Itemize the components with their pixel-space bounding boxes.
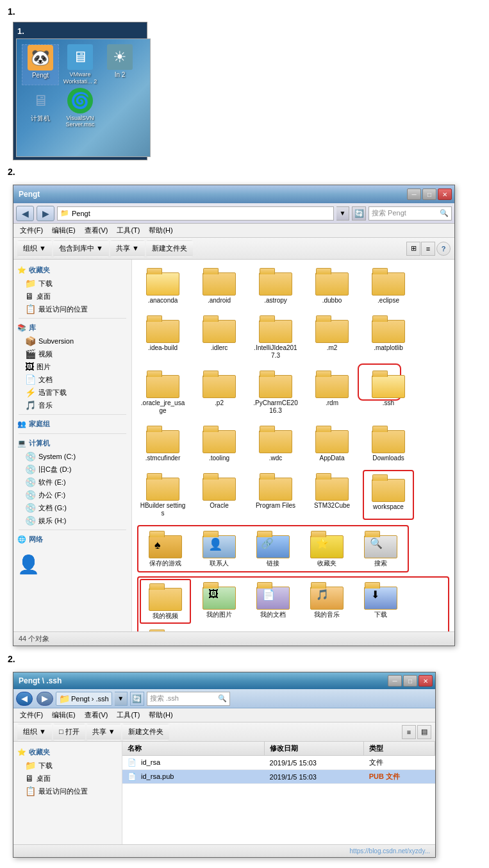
minimize-button[interactable]: ─: [407, 188, 421, 200]
folder-p2[interactable]: .p2: [194, 367, 245, 417]
refresh-button2[interactable]: 🔄: [130, 692, 144, 706]
forward-button2[interactable]: ▶: [37, 692, 53, 706]
desktop-icon-visualsvn[interactable]: 🌀 VisualSVNServer.msc: [62, 88, 99, 129]
menu-file2[interactable]: 文件(F): [16, 709, 47, 721]
address-dropdown2[interactable]: ▼: [115, 692, 128, 706]
desktop-icon-computer[interactable]: 🖥 计算机: [22, 88, 59, 129]
sidebar-item-soft[interactable]: 💿 软件 (E:): [13, 476, 131, 488]
address-bar[interactable]: 📁 Pengt: [57, 206, 334, 221]
share-button2[interactable]: 共享 ▼: [87, 724, 121, 740]
menu-view2[interactable]: 查看(V): [81, 709, 112, 721]
folder-android[interactable]: .android: [194, 265, 245, 307]
folder-search[interactable]: 🔍 搜索: [355, 528, 406, 570]
folder-tooling[interactable]: .tooling: [194, 422, 245, 465]
sidebar2-item-download[interactable]: 📁 下载: [13, 759, 122, 772]
folder-oracle-jre[interactable]: .oracle_jre_usage: [137, 367, 188, 417]
folder-my-video[interactable]: 我的视频: [140, 579, 191, 624]
folder-idlerc[interactable]: .idlerc: [194, 312, 245, 362]
folder-hbuilder[interactable]: HBuilder settings: [137, 470, 188, 520]
desktop-icon-pengt[interactable]: 🐼 Pengt: [22, 44, 59, 85]
folder-workspace[interactable]: workspace: [363, 470, 414, 520]
folder-rdm[interactable]: .rdm: [306, 367, 358, 417]
folder-my-music[interactable]: 🎵 我的音乐: [301, 579, 352, 624]
sidebar-favorites-header[interactable]: ⭐ 收藏夹: [13, 263, 131, 277]
view-list-btn[interactable]: ≡: [421, 242, 435, 256]
minimize-button2[interactable]: ─: [388, 675, 402, 687]
help-button[interactable]: ?: [436, 242, 451, 256]
folder-stm32[interactable]: STM32Cube: [306, 470, 358, 520]
folder-m2[interactable]: .m2: [306, 312, 358, 362]
desktop-icon-vmware[interactable]: 🖥 VMwareWorkstati... 2: [62, 44, 99, 85]
open-button[interactable]: □ 打开: [53, 724, 85, 740]
folder-my-docs[interactable]: 📄 我的文档: [247, 579, 299, 624]
back-button2[interactable]: ◀: [16, 692, 33, 706]
sidebar-item-download[interactable]: 📁 下载: [13, 277, 131, 290]
sidebar2-item-recent[interactable]: 📋 最近访问的位置: [13, 785, 122, 797]
sidebar-item-music[interactable]: 🎵 音乐: [13, 399, 131, 412]
folder-appdata[interactable]: AppData: [306, 422, 358, 465]
share-button[interactable]: 共享 ▼: [110, 240, 145, 257]
menu-tools2[interactable]: 工具(T): [113, 709, 144, 721]
folder-eclipse[interactable]: .eclipse: [363, 265, 414, 307]
folder-anaconda[interactable]: .anaconda: [137, 265, 188, 307]
menu-file[interactable]: 文件(F): [16, 224, 47, 237]
refresh-button[interactable]: 🔄: [352, 206, 366, 221]
folder-ssh[interactable]: .ssh: [363, 367, 414, 417]
folder-astropy[interactable]: .astropy: [250, 265, 301, 307]
search-bar2[interactable]: 搜索 .ssh 🔍: [147, 692, 230, 706]
folder-stmcu[interactable]: .stmcufinder: [137, 422, 188, 465]
maximize-button[interactable]: □: [422, 188, 436, 200]
forward-button[interactable]: ▶: [37, 206, 54, 221]
sidebar2-item-desktop[interactable]: 🖥 桌面: [13, 772, 122, 785]
folder-dubbo[interactable]: .dubbo: [306, 265, 358, 307]
close-button2[interactable]: ✕: [419, 675, 433, 687]
sidebar-library-header[interactable]: 📚 库: [13, 321, 131, 335]
folder-idea-build[interactable]: .idea-build: [137, 312, 188, 362]
view-pane-btn[interactable]: ▤: [417, 725, 431, 739]
menu-help[interactable]: 帮助(H): [145, 224, 176, 237]
maximize-button2[interactable]: □: [403, 675, 417, 687]
folder-saved-games[interactable]: ♠ 保存的游戏: [140, 528, 191, 570]
sidebar-item-ent[interactable]: 💿 娱乐 (H:): [13, 514, 131, 527]
sidebar-item-oldc[interactable]: 💿 旧C盘 (D:): [13, 463, 131, 476]
sidebar-homegroup-header[interactable]: 👥 家庭组: [13, 417, 131, 431]
sidebar-item-office[interactable]: 💿 办公 (F:): [13, 488, 131, 501]
menu-edit2[interactable]: 编辑(E): [48, 709, 79, 721]
folder-my-pictures[interactable]: 🖼 我的图片: [194, 579, 245, 624]
folder-wdc[interactable]: .wdc: [250, 422, 301, 465]
sidebar-item-svn[interactable]: 📦 Subversion: [13, 335, 131, 347]
sidebar-item-desktop[interactable]: 🖥 桌面: [13, 290, 131, 303]
view-icon-btn[interactable]: ⊞: [406, 242, 420, 256]
folder-favorites[interactable]: ⭐ 收藏夹: [301, 528, 352, 570]
table-row[interactable]: 📄 id_rsa 2019/1/5 15:03 文件: [122, 756, 435, 770]
menu-edit[interactable]: 编辑(E): [48, 224, 79, 237]
include-library-button[interactable]: 包含到库中 ▼: [53, 240, 109, 257]
sidebar-item-recent[interactable]: 📋 最近访问的位置: [13, 303, 131, 315]
new-folder-button2[interactable]: 新建文件夹: [122, 724, 169, 740]
sidebar-item-sysc[interactable]: 💿 System (C:): [13, 450, 131, 463]
new-folder-button[interactable]: 新建文件夹: [146, 240, 193, 257]
folder-pycharm[interactable]: .PyCharmCE2016.3: [250, 367, 301, 417]
folder-desktop2[interactable]: 🖥 桌面: [140, 626, 191, 631]
sidebar-item-doc2[interactable]: 💿 文档 (G:): [13, 501, 131, 514]
organize-button2[interactable]: 组织 ▼: [17, 724, 52, 740]
sidebar-computer-header[interactable]: 💻 计算机: [13, 437, 131, 450]
desktop-icon-eclipse[interactable]: ☀ In 2: [101, 44, 138, 85]
sidebar2-favorites-header[interactable]: ⭐ 收藏夹: [13, 746, 122, 759]
view-list-btn2[interactable]: ≡: [402, 725, 416, 739]
sidebar-item-pictures[interactable]: 🖼 图片: [13, 360, 131, 373]
folder-xiazai[interactable]: ⬇ 下载: [355, 579, 406, 624]
address-dropdown[interactable]: ▼: [336, 206, 349, 221]
search-bar[interactable]: 搜索 Pengt 🔍: [369, 206, 452, 221]
menu-tools[interactable]: 工具(T): [113, 224, 144, 237]
menu-help2[interactable]: 帮助(H): [145, 709, 176, 721]
folder-links[interactable]: 🔗 链接: [247, 528, 299, 570]
folder-intellij[interactable]: .IntelliJIdea2017.3: [250, 312, 301, 362]
folder-downloads[interactable]: Downloads: [363, 422, 414, 465]
close-button[interactable]: ✕: [438, 188, 452, 200]
menu-view[interactable]: 查看(V): [81, 224, 112, 237]
folder-oracle[interactable]: Oracle: [194, 470, 245, 520]
sidebar-item-video[interactable]: 🎬 视频: [13, 347, 131, 360]
folder-programfiles[interactable]: Program Files: [250, 470, 301, 520]
sidebar-network-header[interactable]: 🌐 网络: [13, 533, 131, 546]
